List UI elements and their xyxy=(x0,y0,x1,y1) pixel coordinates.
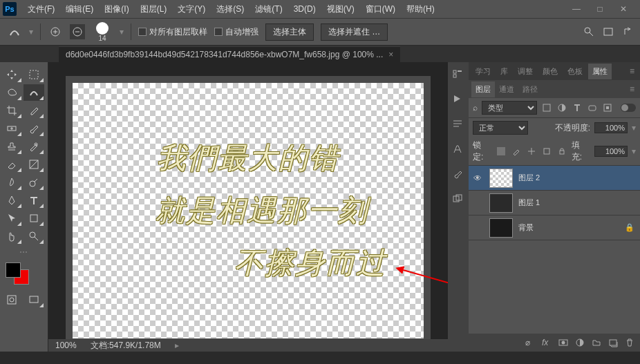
tab-learn[interactable]: 学习 xyxy=(471,64,495,79)
lock-image-icon[interactable] xyxy=(511,146,522,157)
tab-color[interactable]: 颜色 xyxy=(538,64,562,79)
link-layers-icon[interactable]: ⌀ xyxy=(525,338,535,347)
lock-all-icon[interactable] xyxy=(556,146,567,157)
quick-mask-icon[interactable] xyxy=(1,291,22,308)
screen-mode-icon[interactable] xyxy=(23,291,44,308)
document-tab[interactable]: d6d0e0446fd3b9fb39144bd49d542178341d744d… xyxy=(59,46,400,62)
gradient-tool[interactable] xyxy=(23,156,44,173)
layer-mask-icon[interactable] xyxy=(558,338,568,347)
auto-enhance-checkbox[interactable]: 自动增强 xyxy=(214,26,258,38)
lasso-tool[interactable] xyxy=(1,84,22,101)
tab-swatches[interactable]: 色板 xyxy=(563,64,587,79)
shape-tool[interactable] xyxy=(23,210,44,227)
opacity-input[interactable] xyxy=(594,122,628,133)
blur-tool[interactable] xyxy=(1,174,22,191)
tab-paths[interactable]: 路径 xyxy=(518,82,542,97)
clone-source-panel-icon[interactable] xyxy=(452,193,464,206)
lock-transparency-icon[interactable] xyxy=(496,146,507,157)
layer-thumbnail[interactable] xyxy=(489,193,513,213)
layers-panel-menu-icon[interactable]: ≡ xyxy=(627,84,637,94)
tab-close-icon[interactable]: × xyxy=(388,50,393,59)
layer-item[interactable]: 👁 图层 2 xyxy=(469,166,640,191)
layer-name[interactable]: 图层 1 xyxy=(518,198,540,208)
hand-tool[interactable] xyxy=(1,228,22,245)
brush-mode-add-icon[interactable] xyxy=(48,24,63,39)
layer-thumbnail[interactable] xyxy=(489,169,513,188)
lock-artboard-icon[interactable] xyxy=(541,146,552,157)
tab-layers[interactable]: 图层 xyxy=(471,82,495,97)
blend-mode-select[interactable]: 正常 xyxy=(473,121,528,135)
menu-file[interactable]: 文件(F) xyxy=(22,3,60,15)
eraser-tool[interactable] xyxy=(1,156,22,173)
group-icon[interactable] xyxy=(592,338,601,347)
brushes-panel-icon[interactable] xyxy=(452,169,464,181)
paragraph-panel-icon[interactable] xyxy=(452,119,464,131)
tab-adjustments[interactable]: 调整 xyxy=(514,64,537,79)
path-selection-tool[interactable] xyxy=(1,210,22,227)
filter-adjust-icon[interactable] xyxy=(556,102,567,113)
maximize-button[interactable]: □ xyxy=(593,4,607,14)
select-and-mask-button[interactable]: 选择并遮住 … xyxy=(321,23,388,41)
play-icon[interactable] xyxy=(452,94,464,106)
share-icon[interactable] xyxy=(622,26,633,37)
healing-tool[interactable] xyxy=(1,120,22,137)
tab-channels[interactable]: 通道 xyxy=(495,82,518,97)
panel-menu-icon[interactable]: ≡ xyxy=(627,66,637,76)
menu-type[interactable]: 文字(Y) xyxy=(172,3,211,15)
fill-input[interactable] xyxy=(594,146,628,157)
layer-name[interactable]: 图层 2 xyxy=(518,173,540,183)
workspace-icon[interactable] xyxy=(603,26,614,37)
menu-edit[interactable]: 编辑(E) xyxy=(60,3,99,15)
visibility-toggle[interactable]: 👁 xyxy=(471,173,484,183)
character-panel-icon[interactable] xyxy=(452,144,464,156)
brush-preview[interactable]: 14 xyxy=(96,22,109,42)
filter-type-icon[interactable] xyxy=(572,102,583,113)
sample-all-layers-checkbox[interactable]: 对所有图层取样 xyxy=(138,26,207,38)
color-swatches[interactable] xyxy=(1,262,46,290)
new-layer-icon[interactable] xyxy=(608,338,618,347)
layer-style-icon[interactable]: fx xyxy=(542,338,552,347)
toolbox-more-icon[interactable]: ⋯ xyxy=(1,246,46,258)
zoom-tool[interactable] xyxy=(23,228,44,245)
adjustment-layer-icon[interactable] xyxy=(575,338,585,347)
layer-item[interactable]: 图层 1 xyxy=(469,191,640,215)
filter-toggle[interactable] xyxy=(621,104,636,112)
layer-filter-kind[interactable]: 类型 xyxy=(482,101,537,115)
foreground-color-swatch[interactable] xyxy=(6,262,21,278)
menu-filter[interactable]: 滤镜(T) xyxy=(250,3,288,15)
menu-view[interactable]: 视图(V) xyxy=(321,3,360,15)
search-icon[interactable] xyxy=(583,26,594,37)
pen-tool[interactable] xyxy=(1,192,22,209)
select-subject-button[interactable]: 选择主体 xyxy=(265,23,314,41)
filter-shape-icon[interactable] xyxy=(587,102,598,113)
brush-mode-subtract-icon[interactable] xyxy=(70,24,85,39)
menu-3d[interactable]: 3D(D) xyxy=(288,4,321,14)
marquee-tool[interactable] xyxy=(23,66,44,83)
zoom-level[interactable]: 100% xyxy=(55,341,77,350)
dodge-tool[interactable] xyxy=(23,174,44,191)
tab-properties[interactable]: 属性 xyxy=(588,64,612,79)
tab-libraries[interactable]: 库 xyxy=(496,64,512,79)
lock-position-icon[interactable] xyxy=(526,146,537,157)
filter-smart-icon[interactable] xyxy=(602,102,613,113)
move-tool[interactable] xyxy=(1,66,22,83)
minimize-button[interactable]: — xyxy=(570,4,583,14)
delete-layer-icon[interactable] xyxy=(625,338,634,347)
layer-item[interactable]: 背景 🔒 xyxy=(469,215,640,240)
crop-tool[interactable] xyxy=(1,102,22,119)
menu-window[interactable]: 窗口(W) xyxy=(360,3,401,15)
stamp-tool[interactable] xyxy=(1,138,22,155)
canvas[interactable]: 我們最大的错 就是相遇那一刻 不擦身而过 xyxy=(66,76,431,345)
layer-name[interactable]: 背景 xyxy=(518,222,534,233)
quick-selection-tool[interactable] xyxy=(23,84,44,101)
menu-select[interactable]: 选择(S) xyxy=(211,3,250,15)
history-brush-tool[interactable] xyxy=(23,138,44,155)
brush-tool[interactable] xyxy=(23,120,44,137)
history-panel-icon[interactable] xyxy=(452,69,464,82)
eyedropper-tool[interactable] xyxy=(23,102,44,119)
current-tool-icon[interactable] xyxy=(7,24,22,39)
menu-help[interactable]: 帮助(H) xyxy=(401,3,440,15)
filter-pixel-icon[interactable] xyxy=(541,102,552,113)
type-tool[interactable] xyxy=(23,192,44,209)
menu-image[interactable]: 图像(I) xyxy=(99,3,134,15)
